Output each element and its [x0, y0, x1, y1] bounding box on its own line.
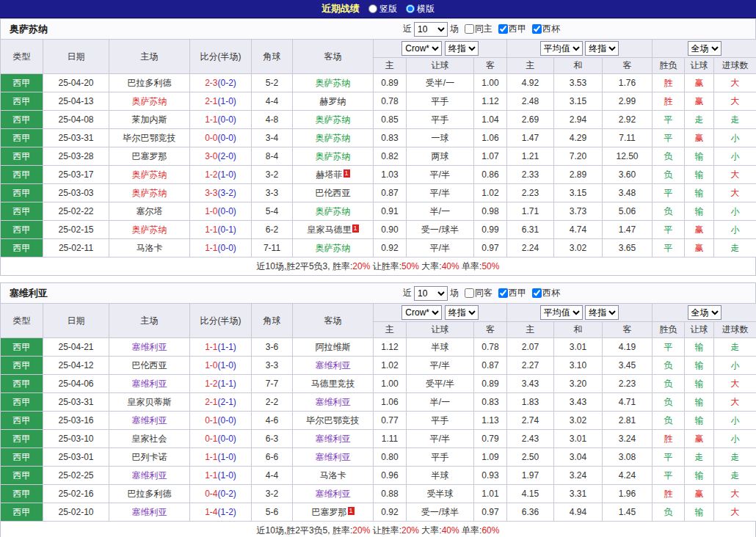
match-date: 25-02-10 [43, 503, 109, 522]
home-team-link[interactable]: 奥萨苏纳 [132, 96, 167, 106]
result-wdl: 平 [653, 221, 685, 239]
filter-laliga[interactable]: 西甲 [495, 23, 526, 35]
view-option-vertical[interactable]: 竖版 [368, 3, 397, 15]
away-team-link[interactable]: 马洛卡 [320, 470, 346, 481]
home-team-link[interactable]: 奥萨苏纳 [132, 224, 167, 235]
eu-draw-odds: 2.94 [554, 111, 603, 129]
home-team-cell: 巴伦西亚 [109, 357, 190, 375]
home-team-link[interactable]: 巴塞罗那 [132, 151, 167, 161]
bookmaker-select[interactable]: Crow* [401, 41, 442, 56]
away-team-cell: 阿拉维斯 [293, 338, 374, 357]
corner-cell: 5-4 [252, 202, 293, 221]
corner-cell: 6-3 [252, 430, 293, 448]
home-team-link[interactable]: 塞维利亚 [132, 415, 167, 425]
vertical-view-radio[interactable] [368, 4, 377, 13]
full-time-score: 3-0 [205, 151, 217, 161]
away-team-link[interactable]: 奥萨苏纳 [316, 78, 351, 88]
copa-checkbox[interactable] [532, 24, 542, 34]
home-team-link[interactable]: 巴列卡诺 [132, 452, 167, 462]
filter-copa[interactable]: 西杯 [528, 287, 560, 299]
full-time-score: 1-1 [205, 452, 217, 462]
home-team-link[interactable]: 奥萨苏纳 [132, 188, 167, 198]
away-team-link[interactable]: 奥萨苏纳 [316, 151, 351, 161]
eu-home-odds: 3.43 [507, 375, 554, 393]
euro-average-select[interactable]: 平均值 [540, 305, 583, 320]
corner-cell: 4-4 [252, 92, 293, 111]
eu-draw-odds: 7.20 [554, 147, 603, 166]
euro-odds-time-select[interactable]: 终指 [585, 41, 619, 56]
ah-home-odds: 1.11 [374, 430, 407, 448]
result-wdl: 平 [653, 129, 685, 147]
asian-odds-time-select[interactable]: 终指 [445, 305, 479, 320]
ah-home-odds: 0.96 [374, 467, 407, 485]
filter-copa[interactable]: 西杯 [528, 23, 560, 35]
games-count-select[interactable]: 10 [414, 286, 448, 301]
home-team-link[interactable]: 巴拉多利德 [128, 489, 172, 499]
away-team-link[interactable]: 塞维利亚 [316, 452, 351, 462]
away-team-link[interactable]: 毕尔巴鄂竞技 [307, 415, 360, 425]
away-team-link[interactable]: 马德里竞技 [311, 379, 355, 389]
half-time-score: (0-0) [218, 415, 236, 425]
euro-average-select[interactable]: 平均值 [540, 41, 583, 56]
away-team-link[interactable]: 皇家马德里 [308, 224, 352, 235]
eu-draw-odds: 3.15 [554, 92, 603, 111]
result-goals: 走 [714, 111, 756, 129]
away-team-link[interactable]: 塞维利亚 [316, 434, 351, 444]
home-team-link[interactable]: 塞维利亚 [132, 342, 167, 352]
home-team-link[interactable]: 皇家社会 [132, 434, 167, 444]
home-team-link[interactable]: 皇家贝蒂斯 [128, 397, 172, 407]
copa-checkbox[interactable] [532, 288, 542, 298]
away-team-link[interactable]: 奥萨苏纳 [316, 243, 351, 253]
match-row: 西甲 25-03-03 奥萨苏纳 3-3(3-2) 3-3 巴伦西亚 0.87 … [1, 184, 756, 202]
result-handicap: 输 [685, 166, 714, 184]
away-team-link[interactable]: 塞维利亚 [316, 397, 351, 407]
match-date: 25-04-06 [43, 375, 109, 393]
result-wdl: 负 [653, 166, 685, 184]
bookmaker-select[interactable]: Crow* [401, 305, 442, 320]
away-team-cell: 奥萨苏纳 [293, 202, 374, 221]
away-team-link[interactable]: 塞维利亚 [316, 489, 351, 499]
away-team-link[interactable]: 塞维利亚 [316, 360, 351, 370]
same-venue-checkbox[interactable] [465, 288, 474, 298]
score-cell: 1-1(0-0) [190, 111, 252, 129]
home-team-link[interactable]: 塞维利亚 [132, 379, 167, 389]
away-team-link[interactable]: 奥萨苏纳 [316, 114, 351, 125]
away-team-link[interactable]: 阿拉维斯 [316, 342, 351, 352]
home-team-link[interactable]: 巴伦西亚 [132, 360, 167, 370]
home-team-link[interactable]: 奥萨苏纳 [132, 169, 167, 180]
same-venue-checkbox[interactable] [465, 24, 474, 34]
result-goals: 走 [714, 338, 756, 357]
view-option-horizontal[interactable]: 横版 [406, 3, 435, 15]
ah-line: 半球 [407, 338, 474, 357]
result-scope-select[interactable]: 全场 [688, 305, 722, 320]
home-team-link[interactable]: 巴拉多利德 [128, 78, 172, 88]
away-team-cell: 巴塞罗那1 [293, 503, 374, 522]
home-team-link[interactable]: 马洛卡 [137, 243, 163, 253]
asian-odds-time-select[interactable]: 终指 [445, 41, 479, 56]
result-goals: 大 [714, 393, 756, 412]
away-team-link[interactable]: 赫塔菲 [316, 169, 343, 180]
away-team-link[interactable]: 巴塞罗那 [312, 507, 347, 517]
horizontal-view-radio[interactable] [406, 4, 415, 13]
home-team-link[interactable]: 塞维利亚 [132, 470, 167, 481]
euro-odds-time-select[interactable]: 终指 [585, 305, 619, 320]
home-team-link[interactable]: 莱加内斯 [132, 114, 167, 125]
score-cell: 0-1(0-0) [190, 430, 252, 448]
away-team-link[interactable]: 赫罗纳 [320, 96, 346, 106]
laliga-checkbox[interactable] [498, 288, 508, 298]
eu-away-odds: 1.96 [603, 485, 653, 503]
filter-laliga[interactable]: 西甲 [495, 287, 526, 299]
away-team-link[interactable]: 奥萨苏纳 [316, 133, 351, 143]
result-scope-select[interactable]: 全场 [688, 41, 722, 56]
result-goals: 走 [714, 448, 756, 467]
away-team-link[interactable]: 奥萨苏纳 [316, 206, 351, 216]
filter-same-venue[interactable]: 同主 [461, 23, 493, 35]
laliga-checkbox[interactable] [498, 24, 508, 34]
home-team-link[interactable]: 塞维利亚 [132, 507, 167, 517]
full-time-score: 1-1 [205, 470, 217, 481]
filter-same-venue[interactable]: 同客 [461, 287, 493, 299]
home-team-link[interactable]: 毕尔巴鄂竞技 [123, 133, 176, 143]
games-count-select[interactable]: 10 [414, 22, 448, 37]
away-team-link[interactable]: 巴伦西亚 [316, 188, 351, 198]
home-team-link[interactable]: 塞尔塔 [137, 206, 163, 216]
